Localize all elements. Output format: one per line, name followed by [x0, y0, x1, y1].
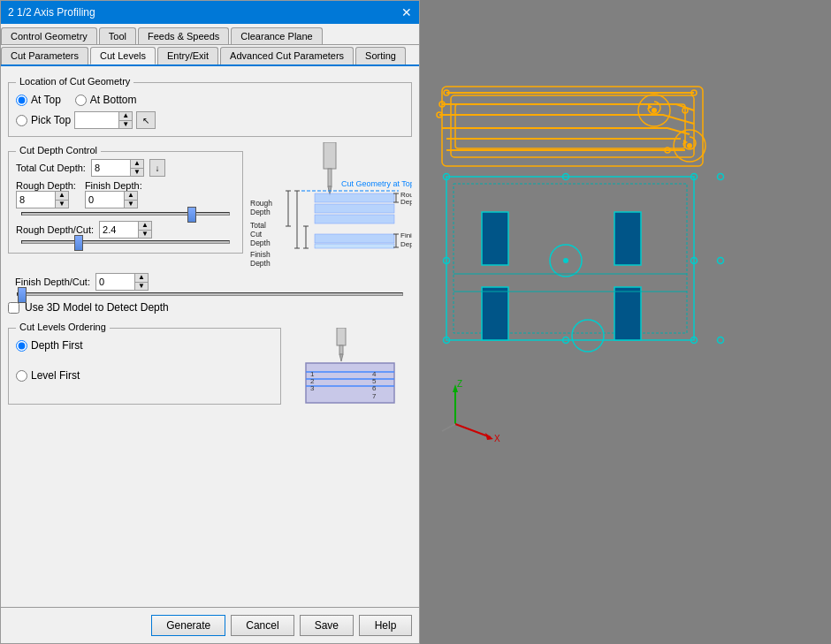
finish-per-cut-label: Finish Depth/Cut:: [15, 277, 90, 287]
svg-text:Depth/Cut: Depth/Cut: [400, 198, 412, 206]
pick-top-select-button[interactable]: ↖: [136, 111, 156, 129]
level-first-option[interactable]: Level First: [16, 369, 273, 382]
ordering-diagram-svg: 1 2 3 4 5 6 7: [288, 328, 412, 407]
level-first-radio[interactable]: [16, 370, 27, 382]
svg-marker-37: [339, 354, 343, 361]
finish-depth-field[interactable]: [85, 191, 124, 208]
finish-per-cut-slider-container: [8, 292, 412, 296]
tab-tool[interactable]: Tool: [99, 27, 136, 44]
svg-rect-69: [482, 287, 508, 340]
svg-rect-68: [614, 212, 641, 265]
svg-rect-38: [306, 363, 394, 403]
pick-top-down[interactable]: ▼: [119, 121, 132, 129]
svg-text:Z: Z: [457, 379, 462, 389]
depth-diagram-area: Cut Geometry at Top Rough Depth Total Cu…: [248, 142, 412, 273]
tab-advanced-cut-parameters[interactable]: Advanced Cut Parameters: [220, 47, 354, 64]
tab-entry-exit[interactable]: Entry/Exit: [157, 47, 218, 64]
cut-levels-ordering-group: Cut Levels Ordering Depth First Level Fi…: [8, 328, 281, 405]
total-cut-row: Total Cut Depth: ▲ ▼ ↓: [16, 159, 235, 177]
tab-feeds-speeds[interactable]: Feeds & Speeds: [138, 27, 229, 44]
rough-per-cut-input-group: ▲ ▼: [99, 221, 152, 239]
use-3d-row: Use 3D Model to Detect Depth: [8, 301, 412, 314]
rough-per-cut-field[interactable]: [99, 221, 138, 239]
rough-depth-field[interactable]: [16, 191, 55, 208]
rough-finish-slider-thumb[interactable]: [187, 207, 196, 223]
svg-text:3: 3: [310, 384, 315, 392]
svg-rect-70: [614, 287, 641, 340]
svg-text:Rough: Rough: [250, 199, 272, 208]
svg-point-56: [652, 108, 657, 113]
finish-per-cut-down[interactable]: ▼: [135, 283, 148, 291]
generate-button[interactable]: Generate: [151, 615, 225, 636]
cancel-button[interactable]: Cancel: [231, 615, 294, 636]
finish-depth-down[interactable]: ▼: [125, 201, 137, 208]
finish-per-cut-field[interactable]: [95, 273, 134, 291]
total-depth-down[interactable]: ▼: [131, 169, 143, 177]
cut-depth-label: Cut Depth Control: [16, 145, 101, 155]
rough-per-cut-track[interactable]: [21, 240, 230, 244]
finish-depth-col: Finish Depth: ▲ ▼: [85, 180, 142, 208]
use-3d-label[interactable]: Use 3D Model to Detect Depth: [25, 301, 169, 314]
at-bottom-label: At Bottom: [90, 94, 137, 106]
svg-rect-1: [328, 169, 332, 186]
tab-sorting[interactable]: Sorting: [355, 47, 406, 64]
pick-top-spinners: ▲ ▼: [118, 111, 133, 129]
rough-finish-slider-track[interactable]: [21, 212, 230, 216]
rough-per-cut-down[interactable]: ▼: [139, 231, 151, 239]
pick-top-radio[interactable]: [16, 115, 27, 126]
depth-first-radio[interactable]: [16, 340, 27, 352]
svg-text:Depth/Cut: Depth/Cut: [400, 240, 412, 248]
svg-text:Depth: Depth: [250, 208, 271, 216]
cut-levels-ordering-section: Cut Levels Ordering Depth First Level Fi…: [8, 319, 412, 410]
cut-levels-ordering-label: Cut Levels Ordering: [16, 322, 110, 332]
total-depth-pick[interactable]: ↓: [149, 159, 165, 177]
close-button[interactable]: ✕: [401, 6, 412, 19]
tab-cut-levels[interactable]: Cut Levels: [90, 47, 156, 64]
svg-point-72: [563, 258, 568, 263]
svg-rect-24: [315, 244, 394, 248]
cad-viewport-svg: Z X: [420, 0, 831, 644]
total-depth-field[interactable]: [91, 159, 130, 177]
total-label: Total Cut Depth:: [16, 163, 86, 173]
finish-per-cut-track[interactable]: [17, 292, 403, 296]
at-top-option[interactable]: At Top: [16, 94, 61, 106]
at-bottom-option[interactable]: At Bottom: [75, 94, 137, 106]
rough-depth-down[interactable]: ▼: [56, 201, 68, 208]
svg-rect-21: [315, 204, 394, 213]
total-depth-input-group: ▲ ▼: [91, 159, 144, 177]
depth-first-option[interactable]: Depth First: [16, 339, 273, 352]
tab-control-geometry[interactable]: Control Geometry: [1, 27, 97, 44]
rough-per-cut-label: Rough Depth/Cut:: [16, 224, 94, 235]
location-row: At Top At Bottom: [16, 90, 404, 106]
pick-top-field[interactable]: [74, 111, 118, 129]
at-bottom-radio[interactable]: [75, 95, 87, 106]
pick-top-input-group: ▲ ▼: [74, 111, 133, 129]
cut-depth-controls: Cut Depth Control Total Cut Depth: ▲ ▼ ↓: [8, 142, 243, 273]
help-button[interactable]: Help: [359, 615, 412, 636]
rough-per-cut-spinners: ▲ ▼: [138, 221, 152, 239]
use-3d-checkbox[interactable]: [8, 302, 19, 314]
svg-rect-20: [315, 193, 394, 202]
svg-rect-35: [337, 328, 346, 345]
tab-clearance-plane[interactable]: Clearance Plane: [231, 27, 322, 44]
tab-cut-parameters[interactable]: Cut Parameters: [1, 47, 88, 64]
svg-text:Total: Total: [250, 221, 266, 230]
at-top-radio[interactable]: [16, 95, 27, 106]
pick-top-option[interactable]: Pick Top: [16, 114, 71, 126]
finish-per-cut-thumb[interactable]: [18, 287, 27, 303]
svg-rect-67: [482, 212, 508, 265]
cut-depth-section: Cut Depth Control Total Cut Depth: ▲ ▼ ↓: [8, 142, 412, 273]
bottom-buttons: Generate Cancel Save Help: [1, 607, 419, 643]
cut-depth-group: Cut Depth Control Total Cut Depth: ▲ ▼ ↓: [8, 151, 243, 254]
rough-depth-col: Rough Depth: ▲ ▼: [16, 180, 76, 208]
rough-depth-label: Rough Depth:: [16, 180, 76, 191]
pick-top-label: Pick Top: [31, 114, 71, 126]
svg-rect-22: [315, 215, 394, 224]
svg-text:Finish: Finish: [400, 231, 412, 239]
rough-per-cut-slider-container: [16, 240, 235, 244]
save-button[interactable]: Save: [300, 615, 354, 636]
dialog-title: 2 1/2 Axis Profiling: [8, 6, 95, 19]
rough-finish-row: Rough Depth: ▲ ▼ Finish Depth:: [16, 180, 235, 208]
rough-finish-slider-container: [16, 212, 235, 216]
rough-per-cut-thumb[interactable]: [74, 235, 83, 251]
